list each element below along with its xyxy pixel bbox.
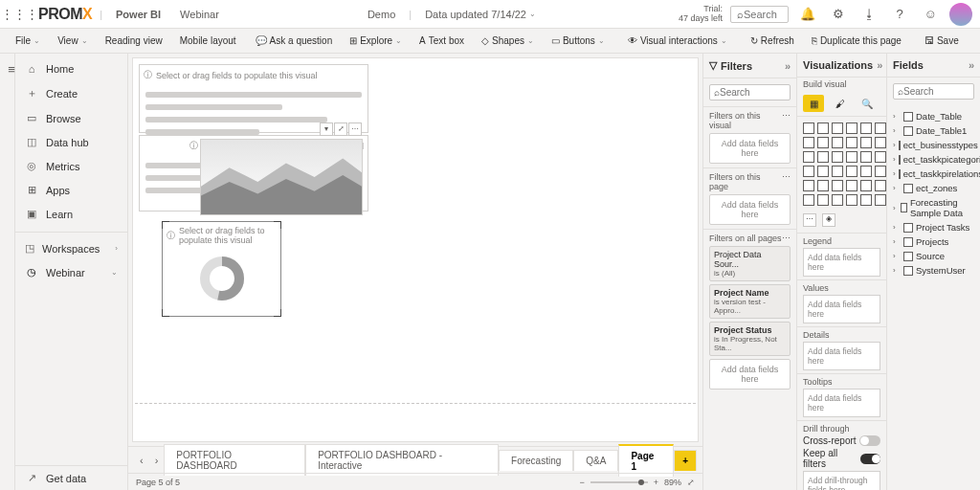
viz-type-icon[interactable]	[860, 194, 872, 206]
filter-well-all[interactable]: Add data fields here	[709, 359, 791, 390]
viz-type-icon[interactable]	[875, 122, 886, 134]
values-well[interactable]: Add data fields here	[803, 295, 880, 323]
zoom-out-icon[interactable]: −	[579, 478, 584, 487]
nav-create[interactable]: ＋Create	[15, 80, 127, 106]
fit-icon[interactable]: ⤢	[687, 478, 695, 487]
duplicate-page-button[interactable]: ⎘ Duplicate this page	[804, 32, 909, 50]
cross-report-toggle[interactable]	[859, 435, 880, 446]
nav-getdata[interactable]: ↗Get data	[15, 466, 127, 490]
field-table[interactable]: ›Date_Table1	[889, 123, 978, 138]
viz-type-icon[interactable]	[832, 151, 843, 163]
viz-more-icon[interactable]: ⋯	[803, 213, 816, 227]
notifications-icon[interactable]: 🔔	[796, 3, 819, 26]
viz-type-icon[interactable]	[803, 137, 814, 148]
add-page-button[interactable]: +	[674, 450, 697, 471]
viz-type-icon[interactable]	[846, 137, 858, 148]
field-table[interactable]: ›ect_businesstypes	[889, 138, 978, 152]
collapse-icon[interactable]: »	[969, 59, 974, 71]
viz-type-icon[interactable]	[817, 151, 829, 163]
viz-type-icon[interactable]	[860, 122, 872, 134]
page-tab-2[interactable]: Forecasting	[499, 450, 573, 471]
viz-type-icon[interactable]	[803, 194, 814, 206]
viz-type-icon[interactable]	[817, 194, 829, 206]
viz-type-icon[interactable]	[832, 137, 843, 148]
focus-icon[interactable]: ⤢	[334, 122, 347, 136]
filter-chip[interactable]: Project Nameis version test - Appro...	[709, 284, 791, 319]
keep-filters-toggle[interactable]	[860, 454, 880, 464]
explore-button[interactable]: ⊞ Explore ⌄	[342, 32, 410, 50]
refresh-button[interactable]: ↻ Refresh	[743, 32, 802, 50]
details-well[interactable]: Add data fields here	[803, 342, 880, 370]
settings-icon[interactable]: ⚙	[827, 3, 850, 26]
reading-view-button[interactable]: Reading view	[98, 32, 170, 50]
page-tab-0[interactable]: PORTFOLIO DASHBOARD	[164, 444, 305, 476]
viz-type-icon[interactable]	[817, 122, 829, 134]
nav-learn[interactable]: ▣Learn	[15, 202, 127, 226]
field-table[interactable]: ›Forecasting Sample Data	[889, 195, 978, 220]
field-table[interactable]: ›SystemUser	[889, 263, 978, 278]
search-input[interactable]	[744, 9, 782, 20]
data-updated-button[interactable]: Data updated 7/14/22 ⌄	[419, 5, 542, 24]
field-table[interactable]: ›Projects	[889, 234, 978, 249]
viz-type-icon[interactable]	[846, 180, 858, 191]
viz-type-icon[interactable]	[860, 166, 872, 177]
view-menu[interactable]: View ⌄	[50, 32, 96, 50]
viz-type-icon[interactable]	[832, 194, 843, 206]
viz-type-icon[interactable]	[803, 122, 814, 134]
drill-well[interactable]: Add drill-through fields here	[803, 471, 880, 490]
filter-well-page[interactable]: Add data fields here	[709, 194, 791, 225]
viz-tab-fields[interactable]: ▦	[803, 95, 824, 112]
field-table[interactable]: ›ect_taskkpicategories	[889, 152, 978, 167]
filter-well-visual[interactable]: Add data fields here	[709, 133, 791, 164]
field-table[interactable]: ›Project Tasks	[889, 220, 978, 234]
feedback-icon[interactable]: ☺	[919, 3, 942, 26]
viz-type-icon[interactable]	[846, 151, 858, 163]
viz-type-icon[interactable]	[860, 151, 872, 163]
file-menu[interactable]: File ⌄	[8, 32, 48, 50]
more-icon[interactable]: ⋯	[348, 122, 362, 136]
legend-well[interactable]: Add data fields here	[803, 248, 880, 277]
mobile-layout-button[interactable]: Mobile layout	[172, 32, 244, 50]
zoom-slider[interactable]	[590, 481, 648, 483]
tabs-next[interactable]: ›	[149, 451, 165, 470]
global-search[interactable]: ⌕	[730, 6, 789, 23]
viz-type-icon[interactable]	[875, 194, 886, 206]
visual-area-chart[interactable]: ▾⤢⋯	[200, 139, 363, 215]
ask-question-button[interactable]: 💬 Ask a question	[248, 32, 341, 50]
viz-type-icon[interactable]	[832, 166, 843, 177]
avatar[interactable]	[949, 3, 972, 26]
field-table[interactable]: ›Date_Table	[889, 109, 978, 123]
viz-tab-format[interactable]: 🖌	[830, 95, 851, 112]
buttons-button[interactable]: ▭ Buttons ⌄	[544, 32, 612, 50]
viz-type-icon[interactable]	[803, 180, 814, 191]
nav-browse[interactable]: ▭Browse	[15, 106, 127, 130]
field-table[interactable]: ›Source	[889, 249, 978, 263]
shapes-button[interactable]: ◇ Shapes ⌄	[474, 32, 542, 50]
zoom-control[interactable]: − + 89% ⤢	[579, 478, 695, 487]
page-tab-3[interactable]: Q&A	[573, 450, 618, 471]
collapse-icon[interactable]: »	[785, 60, 791, 72]
zoom-in-icon[interactable]: +	[654, 478, 658, 487]
collapse-icon[interactable]: »	[877, 59, 882, 71]
filter-icon[interactable]: ▾	[320, 122, 333, 136]
visual-donut-selected[interactable]: ⓘSelect or drag fields to populate this …	[162, 221, 281, 317]
page-tab-1[interactable]: PORTFOLIO DASHBOARD - Interactive	[305, 444, 499, 476]
help-icon[interactable]: ?	[888, 3, 911, 26]
textbox-button[interactable]: A Text box	[412, 32, 472, 50]
tabs-prev[interactable]: ‹	[134, 451, 149, 470]
nav-apps[interactable]: ⊞Apps	[15, 178, 127, 202]
viz-type-icon[interactable]	[860, 137, 872, 148]
page-tab-4[interactable]: Page 1	[618, 444, 674, 477]
viz-tab-analytics[interactable]: 🔍	[857, 95, 878, 112]
fields-search[interactable]: ⌕	[893, 83, 974, 100]
filter-chip[interactable]: Project Statusis In Progress, Not Sta...	[709, 322, 791, 356]
filters-search[interactable]: ⌕	[709, 84, 791, 100]
report-canvas[interactable]: ⓘSelect or drag fields to populate this …	[132, 57, 699, 442]
viz-type-icon[interactable]	[803, 166, 814, 177]
viz-type-icon[interactable]	[846, 194, 858, 206]
viz-type-icon[interactable]	[832, 180, 843, 191]
nav-datahub[interactable]: ◫Data hub	[15, 130, 127, 154]
viz-type-icon[interactable]	[846, 166, 858, 177]
viz-type-icon[interactable]	[860, 180, 872, 191]
viz-type-icon[interactable]	[817, 137, 829, 148]
